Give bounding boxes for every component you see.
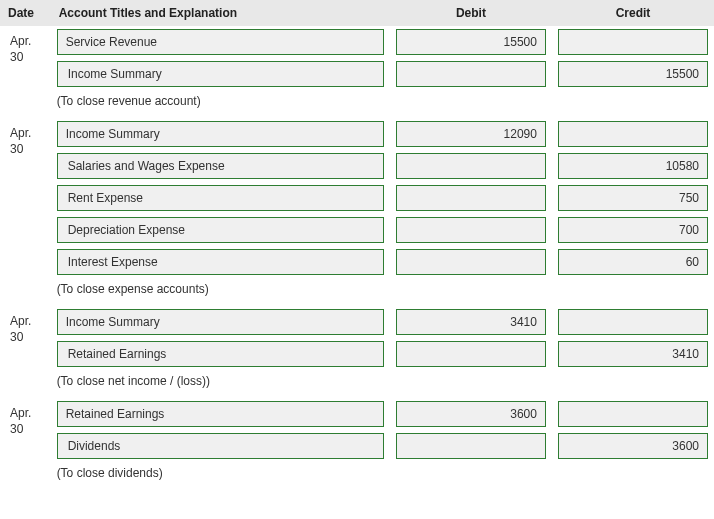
table-row: Dividends 3600 bbox=[0, 430, 714, 462]
table-row: Apr.30 Income Summary 12090 bbox=[0, 118, 714, 150]
entry-note: (To close dividends) bbox=[51, 462, 714, 490]
table-row: Retained Earnings 3410 bbox=[0, 338, 714, 370]
entry-date: Apr.30 bbox=[0, 306, 51, 370]
account-field[interactable]: Service Revenue bbox=[57, 29, 384, 55]
debit-field[interactable] bbox=[396, 153, 546, 179]
account-field[interactable]: Depreciation Expense bbox=[57, 217, 384, 243]
table-row: Income Summary 15500 bbox=[0, 58, 714, 90]
note-row: (To close expense accounts) bbox=[0, 278, 714, 306]
header-debit: Debit bbox=[390, 0, 552, 26]
credit-field[interactable]: 15500 bbox=[558, 61, 708, 87]
credit-field[interactable] bbox=[558, 29, 708, 55]
account-field[interactable]: Dividends bbox=[57, 433, 384, 459]
table-row: Apr.30 Service Revenue 15500 bbox=[0, 26, 714, 58]
entry-date: Apr.30 bbox=[0, 118, 51, 278]
entry-note: (To close expense accounts) bbox=[51, 278, 714, 306]
credit-field[interactable] bbox=[558, 309, 708, 335]
table-header-row: Date Account Titles and Explanation Debi… bbox=[0, 0, 714, 26]
entry-note: (To close revenue account) bbox=[51, 90, 714, 118]
debit-field[interactable] bbox=[396, 61, 546, 87]
entry-note: (To close net income / (loss)) bbox=[51, 370, 714, 398]
table-row: Apr.30 Retained Earnings 3600 bbox=[0, 398, 714, 430]
credit-field[interactable]: 700 bbox=[558, 217, 708, 243]
table-row: Depreciation Expense 700 bbox=[0, 214, 714, 246]
entry-date: Apr.30 bbox=[0, 26, 51, 90]
credit-field[interactable]: 60 bbox=[558, 249, 708, 275]
account-field[interactable]: Rent Expense bbox=[57, 185, 384, 211]
debit-field[interactable] bbox=[396, 341, 546, 367]
note-row: (To close net income / (loss)) bbox=[0, 370, 714, 398]
debit-field[interactable] bbox=[396, 433, 546, 459]
debit-field[interactable]: 3600 bbox=[396, 401, 546, 427]
credit-field[interactable]: 3600 bbox=[558, 433, 708, 459]
note-row: (To close dividends) bbox=[0, 462, 714, 490]
account-field[interactable]: Interest Expense bbox=[57, 249, 384, 275]
credit-field[interactable]: 3410 bbox=[558, 341, 708, 367]
entry-date: Apr.30 bbox=[0, 398, 51, 462]
table-row: Salaries and Wages Expense 10580 bbox=[0, 150, 714, 182]
debit-field[interactable]: 15500 bbox=[396, 29, 546, 55]
table-row: Interest Expense 60 bbox=[0, 246, 714, 278]
credit-field[interactable] bbox=[558, 401, 708, 427]
account-field[interactable]: Income Summary bbox=[57, 309, 384, 335]
debit-field[interactable] bbox=[396, 217, 546, 243]
table-row: Rent Expense 750 bbox=[0, 182, 714, 214]
debit-field[interactable]: 12090 bbox=[396, 121, 546, 147]
header-credit: Credit bbox=[552, 0, 714, 26]
account-field[interactable]: Retained Earnings bbox=[57, 341, 384, 367]
table-row: Apr.30 Income Summary 3410 bbox=[0, 306, 714, 338]
note-row: (To close revenue account) bbox=[0, 90, 714, 118]
debit-field[interactable] bbox=[396, 249, 546, 275]
debit-field[interactable]: 3410 bbox=[396, 309, 546, 335]
debit-field[interactable] bbox=[396, 185, 546, 211]
account-field[interactable]: Income Summary bbox=[57, 61, 384, 87]
credit-field[interactable]: 10580 bbox=[558, 153, 708, 179]
journal-body: Apr.30 Service Revenue 15500 Income Summ… bbox=[0, 26, 714, 490]
account-field[interactable]: Salaries and Wages Expense bbox=[57, 153, 384, 179]
account-field[interactable]: Retained Earnings bbox=[57, 401, 384, 427]
account-field[interactable]: Income Summary bbox=[57, 121, 384, 147]
journal-table: Date Account Titles and Explanation Debi… bbox=[0, 0, 714, 490]
header-account: Account Titles and Explanation bbox=[51, 0, 390, 26]
credit-field[interactable] bbox=[558, 121, 708, 147]
credit-field[interactable]: 750 bbox=[558, 185, 708, 211]
header-date: Date bbox=[0, 0, 51, 26]
